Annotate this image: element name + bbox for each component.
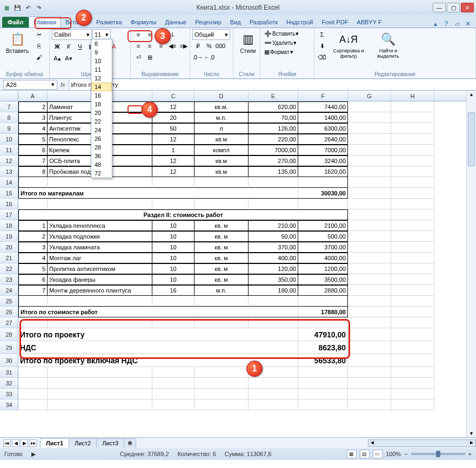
cell[interactable]: 5 <box>18 263 48 274</box>
format-painter-icon[interactable]: 🖌 <box>33 52 44 63</box>
font-size-option-26[interactable]: 26 <box>91 134 112 143</box>
cell[interactable] <box>18 378 48 389</box>
cell[interactable]: Итого по материалам <box>18 188 298 199</box>
cell[interactable]: 4 <box>18 123 48 134</box>
cell[interactable]: 50 <box>152 123 195 134</box>
cell[interactable]: 500,00 <box>298 231 348 242</box>
row-header[interactable]: 12 <box>0 155 18 166</box>
cell[interactable] <box>348 123 391 134</box>
cell[interactable]: НДС <box>18 341 298 354</box>
cell[interactable] <box>391 296 434 307</box>
row-header[interactable]: 32 <box>0 378 18 389</box>
cell[interactable]: 6 <box>18 274 48 285</box>
cell[interactable] <box>391 177 434 188</box>
cell[interactable] <box>48 378 152 389</box>
cell[interactable] <box>348 274 391 285</box>
sheet-tab-2[interactable]: Лист2 <box>69 438 97 447</box>
cell[interactable] <box>152 317 195 328</box>
cell[interactable]: 8623,80 <box>298 341 348 354</box>
vertical-scrollbar[interactable] <box>466 91 476 437</box>
cell[interactable]: 135,00 <box>249 166 298 177</box>
cell[interactable]: 12 <box>152 101 195 112</box>
cell[interactable]: 10 <box>152 263 195 274</box>
new-sheet-button[interactable]: ✻ <box>124 438 136 448</box>
clear-icon[interactable]: ⌫ <box>317 52 327 63</box>
cell[interactable] <box>298 317 348 328</box>
comma-icon[interactable]: 000 <box>215 40 226 51</box>
spreadsheet-grid[interactable]: ABCDEFGH 72Ламинат12кв.м.620,007440,0083… <box>0 91 476 437</box>
cell[interactable] <box>298 378 348 389</box>
cell[interactable]: 12 <box>152 155 195 166</box>
find-select-button[interactable]: 🔍 Найти и выделить <box>370 29 407 60</box>
close-button[interactable]: ✕ <box>461 3 474 12</box>
cell[interactable]: 5 <box>18 134 48 145</box>
font-size-option-12[interactable]: 12 <box>91 74 112 83</box>
row-header[interactable]: 22 <box>0 263 18 274</box>
row-header[interactable]: 20 <box>0 242 18 253</box>
row-header[interactable]: 11 <box>0 145 18 155</box>
font-size-option-24[interactable]: 24 <box>91 126 112 134</box>
column-header-H[interactable]: H <box>391 91 434 101</box>
cell[interactable]: 2640,00 <box>298 134 348 145</box>
cell[interactable]: 6 <box>18 145 48 155</box>
cell[interactable] <box>348 209 391 220</box>
sheet-tab-1[interactable]: Лист1 <box>40 438 69 447</box>
cell[interactable] <box>348 145 391 155</box>
cell[interactable]: компл <box>195 145 249 155</box>
view-normal-icon[interactable]: ▦ <box>347 450 357 458</box>
cell[interactable]: 1400,00 <box>298 112 348 123</box>
cell[interactable] <box>18 367 48 378</box>
cell[interactable]: кв. м <box>195 263 249 274</box>
format-cells-button[interactable]: ▦Формат▾ <box>263 48 295 57</box>
cell[interactable] <box>18 296 48 307</box>
cell[interactable] <box>298 367 348 378</box>
cell[interactable] <box>152 199 195 209</box>
cell[interactable] <box>391 263 434 274</box>
sheet-nav-last[interactable]: ⏭ <box>29 439 37 447</box>
font-size-dropdown[interactable]: 891011121416182022242628364872 <box>91 39 112 178</box>
cell[interactable] <box>391 166 434 177</box>
cell[interactable] <box>348 166 391 177</box>
cell[interactable] <box>48 199 152 209</box>
cell[interactable]: 7 <box>18 155 48 166</box>
cell[interactable]: 6300,00 <box>298 123 348 134</box>
cell[interactable]: м.п. <box>195 112 249 123</box>
cell[interactable]: 7000,00 <box>249 145 298 155</box>
cell[interactable]: Монтаж лаг <box>48 253 152 263</box>
row-header[interactable]: 34 <box>0 399 18 410</box>
styles-button[interactable]: ▥ Стили <box>236 29 260 56</box>
cell[interactable]: 2100,00 <box>298 220 348 231</box>
bold-button[interactable]: Ж <box>52 41 63 52</box>
cell[interactable] <box>195 317 249 328</box>
cell[interactable] <box>348 317 391 328</box>
cell[interactable] <box>391 285 434 296</box>
undo-icon[interactable]: ↶ <box>24 3 32 12</box>
number-format-combo[interactable]: Общий▾ <box>192 29 230 40</box>
zoom-level[interactable]: 100% <box>386 451 401 457</box>
cell[interactable]: 1 <box>18 220 48 231</box>
column-header-D[interactable]: D <box>195 91 249 101</box>
cell[interactable]: 4000,00 <box>298 253 348 263</box>
cell[interactable]: 1 <box>152 145 195 155</box>
cell[interactable] <box>348 399 391 410</box>
paste-button[interactable]: 📋 Вставить <box>2 29 32 56</box>
cell[interactable] <box>348 199 391 209</box>
cell[interactable] <box>391 378 434 389</box>
cell[interactable]: л <box>195 123 249 134</box>
currency-icon[interactable]: ₽ <box>192 40 203 51</box>
cell[interactable]: Пропитка антисептиком <box>48 263 152 274</box>
cell[interactable]: 400,00 <box>249 253 298 263</box>
cell[interactable]: 20 <box>152 112 195 123</box>
autosum-icon[interactable]: Σ <box>317 29 327 40</box>
cell[interactable] <box>391 367 434 378</box>
row-header[interactable]: 19 <box>0 231 18 242</box>
cell[interactable]: 3 <box>18 112 48 123</box>
name-box[interactable]: A28▾ <box>3 80 57 90</box>
cell[interactable] <box>348 389 391 399</box>
cell[interactable] <box>391 317 434 328</box>
help-icon[interactable]: ? <box>443 20 450 28</box>
cell[interactable] <box>249 199 298 209</box>
cell[interactable] <box>391 307 434 317</box>
wrap-text-icon[interactable]: ⏎ <box>133 52 144 63</box>
scrollbar-thumb[interactable] <box>468 112 475 166</box>
